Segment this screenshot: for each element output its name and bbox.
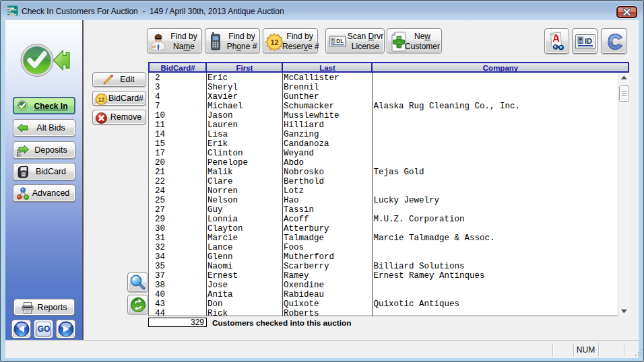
svg-text:DL: DL xyxy=(336,38,344,44)
svg-text:ID: ID xyxy=(585,37,592,45)
svg-text:12: 12 xyxy=(270,38,278,46)
